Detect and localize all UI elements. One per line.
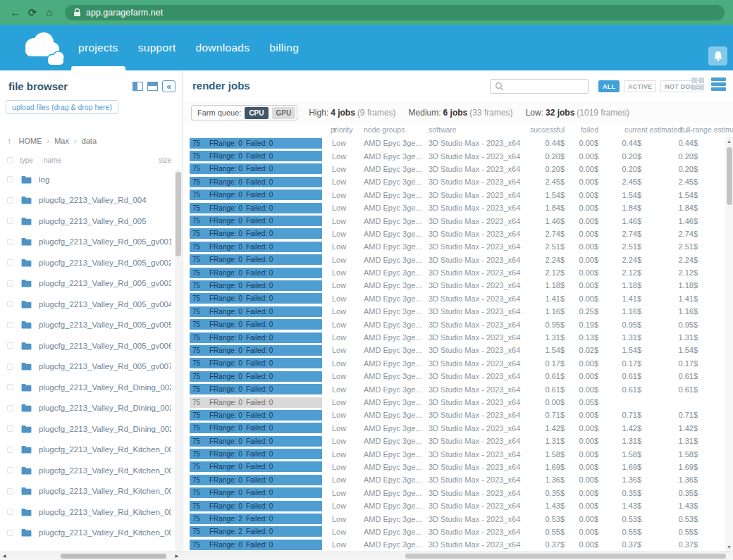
job-row[interactable]: 75 FRange: 0 Failed: 0 Low AMD Epyc 3ge.…	[190, 461, 725, 473]
scroll-down-icon[interactable]: ▼	[725, 545, 733, 549]
file-checkbox[interactable]	[7, 363, 13, 370]
job-row[interactable]: 75 FRange: 0 Failed: 0 Low AMD Epyc 3ge.…	[190, 201, 725, 214]
file-checkbox[interactable]	[7, 259, 13, 266]
search-input[interactable]	[507, 82, 584, 91]
job-row[interactable]: 75 FRange: 0 Failed: 0 Low AMD Epyc 3ge.…	[190, 396, 725, 409]
file-row[interactable]: plugcfg_2213_Valley_Rd_005	[0, 211, 174, 232]
job-row[interactable]: 75 FRange: 0 Failed: 0 Low AMD Epyc 3ge.…	[190, 214, 725, 227]
cpu-queue-button[interactable]: CPU	[245, 107, 268, 119]
nav-item-billing[interactable]: billing	[267, 25, 301, 70]
file-row[interactable]: plugcfg_2213_Valley_Rd_Kitchen_00...	[0, 460, 174, 481]
file-row[interactable]: plugcfg_2213_Valley_Rd_Kitchen_003	[0, 440, 174, 461]
file-checkbox[interactable]	[7, 197, 13, 204]
job-row[interactable]: 75 FRange: 0 Failed: 0 Low AMD Epyc 3ge.…	[190, 357, 725, 370]
job-row[interactable]: 75 FRange: 2 Failed: 0 Low AMD Epyc 3ge.…	[190, 512, 725, 525]
file-checkbox[interactable]	[7, 342, 13, 349]
file-checkbox[interactable]	[7, 322, 13, 328]
split-horizontal-icon[interactable]	[147, 82, 158, 91]
search-box[interactable]	[490, 79, 589, 94]
file-checkbox[interactable]	[7, 509, 13, 515]
file-checkbox[interactable]	[7, 384, 13, 390]
header-failed[interactable]: failed	[581, 125, 598, 134]
job-row[interactable]: 75 FRange: 0 Failed: 0 Low AMD Epyc 3ge.…	[190, 137, 725, 149]
home-icon[interactable]: ⌂	[41, 4, 58, 21]
job-row[interactable]: 75 FRange: 0 Failed: 0 Low AMD Epyc 3ge.…	[190, 370, 725, 382]
file-checkbox[interactable]	[7, 218, 13, 224]
gpu-queue-button[interactable]: GPU	[272, 107, 296, 119]
file-row[interactable]: plugcfg_2213_Valley_Rd_005_gv002	[0, 252, 174, 273]
file-checkbox[interactable]	[7, 425, 13, 432]
scroll-left-icon[interactable]: ◄	[1, 553, 7, 559]
job-row[interactable]: 75 FRange: 0 Failed: 0 Low AMD Epyc 3ge.…	[190, 422, 725, 435]
job-row[interactable]: 75 FRange: 0 Failed: 0 Low AMD Epyc 3ge.…	[190, 409, 725, 421]
header-node-groups[interactable]: node groups	[364, 125, 405, 134]
file-row[interactable]: plugcfg_2213_Valley_Rd_005_gv004	[0, 294, 174, 315]
file-checkbox[interactable]	[7, 280, 13, 287]
sidebar-vertical-scrollbar[interactable]	[175, 169, 182, 552]
job-row[interactable]: 75 FRange: 0 Failed: 0 Low AMD Epyc 3ge.…	[190, 318, 725, 330]
job-row[interactable]: 75 FRange: 2 Failed: 0 Low AMD Epyc 3ge.…	[190, 525, 725, 538]
file-row[interactable]: plugcfg_2213_Valley_Rd_005_gv007	[0, 356, 174, 378]
job-row[interactable]: 75 FRange: 0 Failed: 0 Low AMD Epyc 3ge.…	[190, 331, 725, 344]
list-view-icon[interactable]	[711, 77, 726, 91]
job-row[interactable]: 75 FRange: 0 Failed: 0 Low AMD Epyc 3ge.…	[190, 149, 725, 162]
job-row[interactable]: 75 FRange: 0 Failed: 0 Low AMD Epyc 3ge.…	[190, 435, 725, 447]
job-row[interactable]: 75 FRange: 0 Failed: 0 Low AMD Epyc 3ge.…	[190, 266, 725, 279]
scroll-right-icon[interactable]: ►	[174, 553, 180, 559]
header-software[interactable]: software	[429, 125, 457, 134]
jobs-vertical-scrollbar[interactable]: ▲ ▼	[725, 137, 733, 552]
job-row[interactable]: 75 FRange: 0 Failed: 0 Low AMD Epyc 3ge.…	[190, 305, 725, 318]
breadcrumb-max[interactable]: Max	[54, 137, 69, 145]
file-row[interactable]: plugcfg_2213_Valley_Rd_005_gv005	[0, 315, 174, 336]
file-checkbox[interactable]	[7, 405, 13, 411]
job-row[interactable]: 75 FRange: 0 Failed: 0 Low AMD Epyc 3ge.…	[190, 538, 725, 551]
file-row[interactable]: plugcfg_2213_Valley_Rd_Dining_002	[0, 377, 174, 398]
file-checkbox[interactable]	[7, 239, 13, 245]
sidebar-scrollbar-thumb[interactable]	[175, 172, 181, 256]
file-row[interactable]: plugcfg_2213_Valley_Rd_005_gv006	[0, 335, 174, 356]
job-row[interactable]: 75 FRange: 0 Failed: 0 Low AMD Epyc 3ge.…	[190, 175, 725, 188]
file-row[interactable]: plugcfg_2213_Valley_Rd_Kitchen_004	[0, 481, 174, 502]
jobs-scrollbar-thumb[interactable]	[727, 147, 732, 205]
file-checkbox[interactable]	[7, 467, 13, 473]
file-row[interactable]: plugcfg_2213_Valley_Rd_004	[0, 190, 174, 211]
back-icon[interactable]: ←	[7, 4, 24, 21]
file-checkbox[interactable]	[7, 176, 13, 182]
header-priority[interactable]: priority↑	[331, 125, 336, 134]
filter-active-button[interactable]: ACTIVE	[624, 80, 656, 92]
header-full-range-estimated[interactable]: full-range estimat...	[681, 125, 733, 134]
header-current-estimated[interactable]: current estimated...	[624, 125, 688, 134]
scroll-up-icon[interactable]: ▲	[725, 139, 733, 144]
job-row[interactable]: 75 FRange: 0 Failed: 0 Low AMD Epyc 3ge.…	[190, 279, 725, 292]
breadcrumb-home[interactable]: HOME	[19, 137, 42, 145]
job-row[interactable]: 75 FRange: 0 Failed: 0 Low AMD Epyc 3ge.…	[190, 189, 725, 201]
job-row[interactable]: 75 FRange: 0 Failed: 0 Low AMD Epyc 3ge.…	[190, 499, 725, 512]
job-row[interactable]: 75 FRange: 0 Failed: 0 Low AMD Epyc 3ge.…	[190, 447, 725, 460]
breadcrumb-data[interactable]: data	[82, 137, 97, 145]
job-row[interactable]: 75 FRange: 0 Failed: 0 Low AMD Epyc 3ge.…	[190, 163, 725, 175]
up-directory-icon[interactable]: ↑	[7, 135, 12, 146]
file-row[interactable]: plugcfg_2213_Valley_Rd_005_gv003	[0, 273, 174, 294]
notifications-button[interactable]	[708, 46, 727, 66]
job-row[interactable]: 75 FRange: 0 Failed: 0 Low AMD Epyc 3ge.…	[190, 228, 725, 240]
filter-all-button[interactable]: ALL	[598, 80, 620, 92]
reload-icon[interactable]: ⟳	[24, 4, 41, 21]
file-row[interactable]: plugcfg_2213_Valley_Rd_005_gv001	[0, 232, 174, 253]
file-checkbox[interactable]	[7, 488, 13, 494]
job-row[interactable]: 75 FRange: 0 Failed: 0 Low AMD Epyc 3ge.…	[190, 254, 725, 266]
job-row[interactable]: 75 FRange: 0 Failed: 0 Low AMD Epyc 3ge.…	[190, 292, 725, 305]
nav-item-projects[interactable]: projects	[76, 25, 121, 70]
job-row[interactable]: 75 FRange: 0 Failed: 0 Low AMD Epyc 3ge.…	[190, 487, 725, 499]
nav-item-support[interactable]: support	[136, 25, 178, 70]
file-checkbox[interactable]	[7, 301, 13, 307]
garagefarm-logo[interactable]	[18, 30, 66, 66]
select-all-checkbox[interactable]	[7, 157, 13, 163]
job-row[interactable]: 75 FRange: 0 Failed: 0 Low AMD Epyc 3ge.…	[190, 382, 725, 395]
file-checkbox[interactable]	[7, 447, 13, 453]
sidebar-hscrollbar-thumb[interactable]	[61, 554, 166, 559]
file-row[interactable]: plugcfg_2213_Valley_Rd_Kitchen_00...	[0, 502, 174, 523]
split-vertical-icon[interactable]	[133, 82, 143, 91]
header-successful[interactable]: successful	[530, 125, 565, 134]
address-bar[interactable]: app.garagefarm.net	[65, 5, 725, 20]
file-row[interactable]: plugcfg_2213_Valley_Rd_Dining_002...	[0, 418, 174, 440]
